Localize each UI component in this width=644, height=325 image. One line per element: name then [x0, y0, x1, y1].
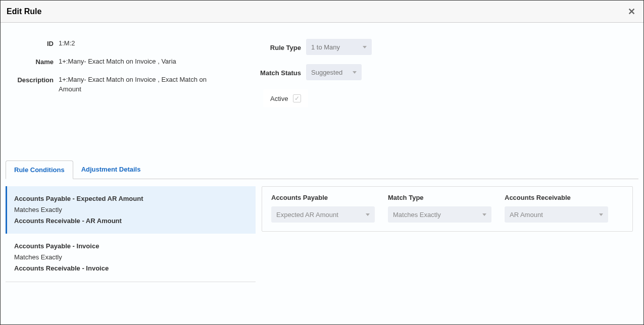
dialog-body: ID 1:M:2 Name 1+:Many- Exact Match on In…: [1, 23, 643, 324]
chevron-down-icon: [599, 213, 603, 216]
form-col-left: ID 1:M:2 Name 1+:Many- Exact Match on In…: [16, 39, 208, 160]
active-label: Active: [270, 95, 288, 102]
cond-sep: -: [80, 264, 86, 272]
ruletype-select[interactable]: 1 to Many: [306, 39, 372, 55]
id-label: ID: [16, 39, 59, 47]
description-label: Description: [16, 75, 59, 84]
dialog-header: Edit Rule ✕: [1, 1, 643, 23]
chevron-down-icon: [353, 71, 357, 74]
detail-ar-select[interactable]: AR Amount: [505, 206, 608, 223]
cond-ar-field: Invoice: [86, 264, 109, 272]
chevron-down-icon: [482, 213, 486, 216]
close-icon[interactable]: ✕: [626, 6, 637, 17]
description-value: 1+:Many- Exact Match on Invoice , Exact …: [59, 75, 208, 93]
form-row-name: Name 1+:Many- Exact Match on Invoice , V…: [16, 57, 208, 66]
ruletype-label: Rule Type: [253, 43, 306, 51]
cond-sep: -: [71, 195, 77, 202]
form-area: ID 1:M:2 Name 1+:Many- Exact Match on In…: [1, 39, 643, 160]
cond-sep: -: [71, 242, 77, 250]
condition-match: Matches Exactly: [14, 204, 249, 215]
form-row-matchstatus: Match Status Suggested: [253, 64, 415, 80]
cond-ar-field: AR Amount: [86, 217, 122, 225]
condition-line-ar: Accounts Receivable - AR Amount: [14, 215, 249, 227]
tabs: Rule Conditions Adjustment Details: [6, 160, 638, 179]
condition-line-ap: Accounts Payable - Expected AR Amount: [14, 193, 249, 204]
conditions-list: Accounts Payable - Expected AR Amount Ma…: [6, 186, 256, 282]
matchstatus-select-value: Suggested: [311, 69, 342, 76]
detail-col-matchtype: Match Type Matches Exactly: [388, 194, 491, 224]
tab-rule-conditions[interactable]: Rule Conditions: [6, 160, 73, 179]
detail-ar-label: Accounts Receivable: [505, 194, 608, 201]
active-checkbox[interactable]: ✓: [293, 94, 301, 102]
condition-detail-panel: Accounts Payable Expected AR Amount Matc…: [262, 186, 633, 232]
conditions-area: Accounts Payable - Expected AR Amount Ma…: [1, 179, 643, 282]
chevron-down-icon: [363, 46, 367, 48]
detail-matchtype-select[interactable]: Matches Exactly: [388, 206, 491, 223]
cond-ap-field: Expected AR Amount: [77, 195, 143, 202]
matchstatus-label: Match Status: [253, 68, 306, 77]
id-value: 1:M:2: [59, 39, 208, 48]
detail-ap-value: Expected AR Amount: [276, 211, 338, 219]
form-row-active: Active ✓: [253, 89, 415, 107]
detail-matchtype-label: Match Type: [388, 194, 491, 201]
edit-rule-dialog: Edit Rule ✕ ID 1:M:2 Name 1+:Many- Exact…: [0, 0, 644, 325]
condition-line-ar: Accounts Receivable - Invoice: [14, 263, 249, 274]
detail-ap-label: Accounts Payable: [271, 194, 375, 201]
form-row-description: Description 1+:Many- Exact Match on Invo…: [16, 75, 208, 93]
detail-ar-value: AR Amount: [510, 211, 543, 219]
form-row-ruletype: Rule Type 1 to Many: [253, 39, 415, 55]
detail-matchtype-value: Matches Exactly: [393, 211, 441, 219]
form-row-id: ID 1:M:2: [16, 39, 208, 48]
cond-ar-source: Accounts Receivable: [14, 217, 80, 225]
ruletype-select-value: 1 to Many: [311, 43, 340, 51]
cond-ap-source: Accounts Payable: [14, 242, 71, 250]
condition-match: Matches Exactly: [14, 252, 249, 263]
matchstatus-select[interactable]: Suggested: [306, 64, 362, 80]
tab-adjustment-details[interactable]: Adjustment Details: [73, 160, 149, 179]
name-value: 1+:Many- Exact Match on Invoice , Varia: [59, 57, 208, 66]
dialog-title: Edit Rule: [7, 7, 41, 16]
detail-col-ap: Accounts Payable Expected AR Amount: [271, 194, 375, 224]
cond-ap-field: Invoice: [77, 242, 100, 250]
tabs-container: Rule Conditions Adjustment Details: [1, 160, 643, 179]
cond-ap-source: Accounts Payable: [14, 195, 71, 202]
cond-sep: -: [80, 217, 86, 225]
name-label: Name: [16, 57, 59, 66]
condition-line-ap: Accounts Payable - Invoice: [14, 241, 249, 252]
form-col-right: Rule Type 1 to Many Match Status Suggest…: [253, 39, 415, 160]
condition-item[interactable]: Accounts Payable - Expected AR Amount Ma…: [6, 186, 256, 234]
chevron-down-icon: [366, 213, 370, 216]
condition-item[interactable]: Accounts Payable - Invoice Matches Exact…: [6, 234, 256, 281]
cond-ar-source: Accounts Receivable: [14, 264, 80, 272]
detail-ap-select[interactable]: Expected AR Amount: [271, 206, 375, 223]
detail-col-ar: Accounts Receivable AR Amount: [505, 194, 608, 224]
active-checkbox-row: Active ✓: [263, 89, 308, 107]
